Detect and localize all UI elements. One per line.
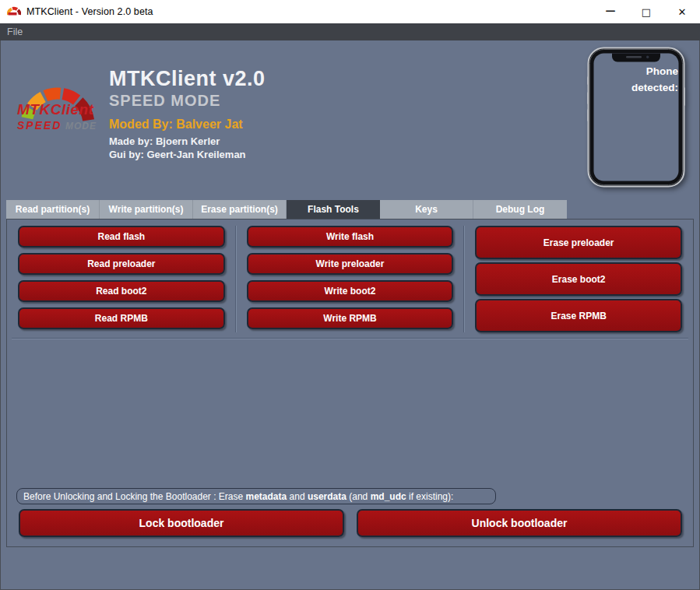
made-by-credit: Made by: Bjoern Kerler	[109, 135, 266, 147]
menubar: File	[0, 23, 700, 40]
window-controls: — □ ✕	[593, 0, 700, 23]
window-title: MTKClient - Version 2.0 beta	[26, 6, 153, 17]
phone-detected-label: Phone detected:	[631, 64, 678, 97]
bootloader-actions: Lock bootloader Unlock bootloader	[19, 509, 682, 537]
write-preloader-button[interactable]: Write preloader	[247, 253, 454, 275]
read-flash-button[interactable]: Read flash	[18, 226, 225, 248]
titlebar: MTKClient - Version 2.0 beta — □ ✕	[0, 0, 700, 23]
read-column: Read flash Read preloader Read boot2 Rea…	[18, 226, 225, 329]
mtkclient-logo: MTKClient SPEED MODE	[12, 75, 109, 142]
tab-flash-tools[interactable]: Flash Tools	[287, 200, 380, 219]
header-text: MTKClient v2.0 SPEED MODE Moded By: Balv…	[109, 67, 266, 160]
close-button[interactable]: ✕	[664, 0, 700, 23]
horizontal-separator	[12, 338, 688, 339]
erase-boot2-button[interactable]: Erase boot2	[475, 262, 682, 296]
menu-file[interactable]: File	[0, 26, 30, 37]
write-column: Write flash Write preloader Write boot2 …	[247, 226, 454, 329]
column-separator	[235, 226, 237, 332]
read-boot2-button[interactable]: Read boot2	[18, 280, 225, 302]
erase-column: Erase preloader Erase boot2 Erase RPMB	[475, 226, 682, 332]
tab-bar: Read partition(s) Write partition(s) Era…	[6, 200, 567, 219]
bootloader-note: Before Unlocking and Locking the Bootloa…	[16, 488, 496, 504]
app-logo-icon	[7, 6, 21, 17]
app-window: MTKClient - Version 2.0 beta — □ ✕ File …	[0, 0, 700, 590]
flash-button-columns: Read flash Read preloader Read boot2 Rea…	[7, 219, 693, 332]
app-subtitle: SPEED MODE	[109, 92, 266, 110]
column-separator	[463, 226, 465, 332]
write-boot2-button[interactable]: Write boot2	[247, 280, 454, 302]
erase-rpmb-button[interactable]: Erase RPMB	[475, 299, 682, 332]
header: MTKClient SPEED MODE MTKClient v2.0 SPEE…	[0, 40, 700, 198]
tab-write-partitions[interactable]: Write partition(s)	[100, 200, 193, 219]
tab-read-partitions[interactable]: Read partition(s)	[6, 200, 100, 219]
lock-bootloader-button[interactable]: Lock bootloader	[19, 509, 344, 537]
gui-by-credit: Gui by: Geert-Jan Kreileman	[109, 149, 266, 160]
app-title: MTKClient v2.0	[109, 67, 266, 91]
write-flash-button[interactable]: Write flash	[247, 226, 454, 248]
tab-debug-log[interactable]: Debug Log	[473, 200, 567, 219]
minimize-button[interactable]: —	[593, 0, 628, 23]
erase-preloader-button[interactable]: Erase preloader	[475, 226, 682, 259]
unlock-bootloader-button[interactable]: Unlock bootloader	[357, 509, 682, 537]
logo-title: MTKClient	[17, 101, 93, 118]
write-rpmb-button[interactable]: Write RPMB	[247, 307, 454, 329]
flash-tools-panel: Read flash Read preloader Read boot2 Rea…	[6, 219, 694, 547]
tab-erase-partitions[interactable]: Erase partition(s)	[193, 200, 287, 219]
logo-subtitle: SPEED MODE	[17, 118, 97, 132]
tab-keys[interactable]: Keys	[380, 200, 473, 219]
read-preloader-button[interactable]: Read preloader	[18, 253, 225, 275]
modded-by-credit: Moded By: Balveer Jat	[109, 118, 266, 132]
maximize-button[interactable]: □	[628, 0, 664, 23]
read-rpmb-button[interactable]: Read RPMB	[18, 307, 225, 329]
